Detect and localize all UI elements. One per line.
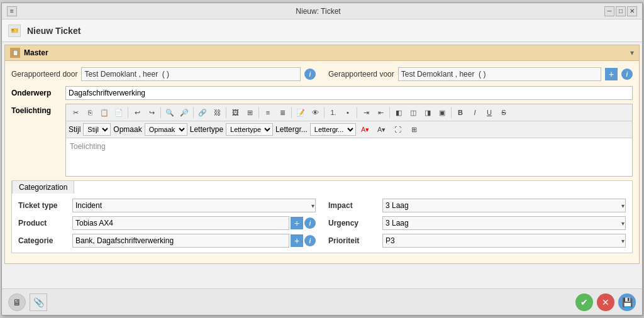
reported-row: Gerapporteerd door i Gerapporteerd voor … xyxy=(11,67,633,81)
sep10 xyxy=(451,107,452,118)
align-center-button[interactable]: ◫ xyxy=(406,106,420,119)
priority-row: Prioriteit P1 P2 P3 P4 ▾ xyxy=(328,234,626,248)
main-window: ≡ Nieuw: Ticket ─ □ ✕ 🎫 Nieuw Ticket 📋 M… xyxy=(1,3,643,315)
bold-button[interactable]: B xyxy=(453,106,467,119)
strike-button[interactable]: S xyxy=(497,106,511,119)
master-label: Master xyxy=(24,48,48,57)
fullscreen-button[interactable]: ⛶ xyxy=(391,123,405,136)
impact-select-wrapper: 1 Hoog 2 Middel 3 Laag ▾ xyxy=(382,199,626,212)
align-left-button[interactable]: ≡ xyxy=(261,106,275,119)
window-title: Nieuw: Ticket xyxy=(32,7,604,16)
master-icon: 📋 xyxy=(10,48,20,58)
sep6 xyxy=(291,107,292,118)
header-bar: 🎫 Nieuw Ticket xyxy=(2,19,642,42)
image-button[interactable]: 🖼 xyxy=(228,106,242,119)
justify-button[interactable]: ▣ xyxy=(435,106,449,119)
save-button[interactable]: 💾 xyxy=(618,293,636,311)
paste2-button[interactable]: 📄 xyxy=(112,106,126,119)
reported-for-input[interactable] xyxy=(398,67,601,81)
undo-button[interactable]: ↩ xyxy=(130,106,144,119)
reported-for-label: Gerapporteerd voor xyxy=(328,70,394,79)
preview-button[interactable]: 👁 xyxy=(308,106,322,119)
master-chevron[interactable]: ▾ xyxy=(630,48,634,57)
maximize-button[interactable]: □ xyxy=(616,6,626,16)
ol-button[interactable]: 1. xyxy=(326,106,340,119)
close-button[interactable]: ✕ xyxy=(627,6,637,16)
link-button[interactable]: 🔗 xyxy=(196,106,209,119)
findreplace-button[interactable]: 🔎 xyxy=(177,106,191,119)
align-button2[interactable]: ≣ xyxy=(275,106,289,119)
categorization-section: Categorization Ticket type Inci xyxy=(11,180,633,253)
style-select[interactable]: Stijl xyxy=(83,123,111,136)
cut-button[interactable]: ✂ xyxy=(69,106,82,119)
font-color-button[interactable]: A▾ xyxy=(358,123,372,136)
outdent-button[interactable]: ⇤ xyxy=(374,106,387,119)
editor-toolbar-row1: ✂ ⎘ 📋 📄 ↩ ↪ 🔍 🔎 🔗 ⛓ xyxy=(66,104,632,121)
category-add-button[interactable]: + xyxy=(291,234,303,247)
editor-container: ✂ ⎘ 📋 📄 ↩ ↪ 🔍 🔎 🔗 ⛓ xyxy=(65,104,633,177)
italic-button[interactable]: I xyxy=(468,106,482,119)
lettertype-select[interactable]: Lettertype xyxy=(226,123,273,136)
underline-button[interactable]: U xyxy=(482,106,496,119)
paste-button[interactable]: 📋 xyxy=(97,106,111,119)
sep3 xyxy=(193,107,194,118)
categorization-tab[interactable]: Categorization xyxy=(12,180,74,194)
menu-icon[interactable]: ≡ xyxy=(7,6,17,16)
categorization-grid: Ticket type Incident Problem Change Serv… xyxy=(18,199,626,248)
unlink-button[interactable]: ⛓ xyxy=(210,106,224,119)
urgency-label: Urgency xyxy=(328,219,379,228)
align-right-button[interactable]: ◨ xyxy=(421,106,435,119)
priority-label: Prioriteit xyxy=(328,236,379,245)
expand-button[interactable]: 🖥 xyxy=(8,293,26,311)
product-input[interactable] xyxy=(72,216,289,230)
copy-button[interactable]: ⎘ xyxy=(83,106,97,119)
attach-button[interactable]: 📎 xyxy=(30,293,47,311)
bg-color-button[interactable]: A▾ xyxy=(375,123,389,136)
align-left2-button[interactable]: ◧ xyxy=(392,106,406,119)
product-input-group: + i xyxy=(72,216,316,230)
category-row: Categorie + i xyxy=(18,234,316,248)
category-label: Categorie xyxy=(18,236,69,245)
editor-toolbar-row2: Stijl Stijl Opmaak Opmaak Lettertype Let… xyxy=(66,121,632,138)
subject-input[interactable] xyxy=(65,86,633,100)
footer-right: ✔ ✕ 💾 xyxy=(575,293,636,311)
title-bar: ≡ Nieuw: Ticket ─ □ ✕ xyxy=(2,3,642,19)
lettergrootte-label: Lettergr... xyxy=(275,125,308,134)
product-row: Product + i xyxy=(18,216,316,230)
ul-button[interactable]: • xyxy=(341,106,355,119)
reported-by-info-button[interactable]: i xyxy=(304,69,316,80)
category-input[interactable] xyxy=(72,234,289,248)
minimize-button[interactable]: ─ xyxy=(604,6,614,16)
subject-row: Onderwerp xyxy=(11,86,633,100)
product-label: Product xyxy=(18,219,69,228)
reported-for-info-button[interactable]: i xyxy=(621,69,633,80)
reported-for-add-button[interactable]: + xyxy=(605,68,618,80)
lettergrootte-select[interactable]: Lettergr... xyxy=(310,123,356,136)
editor-body[interactable]: Toelichting xyxy=(66,138,632,176)
product-info-button[interactable]: i xyxy=(304,217,316,229)
category-info-button[interactable]: i xyxy=(304,235,316,246)
master-header-left: 📋 Master xyxy=(10,48,48,58)
ticket-type-select-wrapper: Incident Problem Change Service Request … xyxy=(72,199,316,212)
source-button[interactable]: ⊞ xyxy=(408,123,421,136)
impact-select[interactable]: 1 Hoog 2 Middel 3 Laag xyxy=(382,199,626,212)
ticket-type-label: Ticket type xyxy=(18,201,69,210)
master-section: 📋 Master ▾ Gerapporteerd door i Gerappor… xyxy=(4,45,640,264)
ticket-icon: 🎫 xyxy=(8,25,21,37)
urgency-row: Urgency 1 Hoog 2 Middel 3 Laag ▾ xyxy=(328,216,626,230)
opmaak-select[interactable]: Opmaak xyxy=(145,123,187,136)
confirm-button[interactable]: ✔ xyxy=(575,293,593,311)
ticket-type-select[interactable]: Incident Problem Change Service Request xyxy=(72,199,316,212)
redo-button[interactable]: ↪ xyxy=(145,106,158,119)
sep1 xyxy=(128,107,128,118)
product-add-button[interactable]: + xyxy=(291,217,303,229)
style-label: Stijl xyxy=(69,125,80,134)
insert-button[interactable]: 📝 xyxy=(294,106,308,119)
priority-select[interactable]: P1 P2 P3 P4 xyxy=(382,234,626,248)
table-button[interactable]: ⊞ xyxy=(243,106,257,119)
indent-button[interactable]: ⇥ xyxy=(359,106,373,119)
cancel-button[interactable]: ✕ xyxy=(597,293,614,311)
urgency-select[interactable]: 1 Hoog 2 Middel 3 Laag xyxy=(382,216,626,230)
reported-by-input[interactable] xyxy=(81,67,301,81)
find-button[interactable]: 🔍 xyxy=(163,106,177,119)
